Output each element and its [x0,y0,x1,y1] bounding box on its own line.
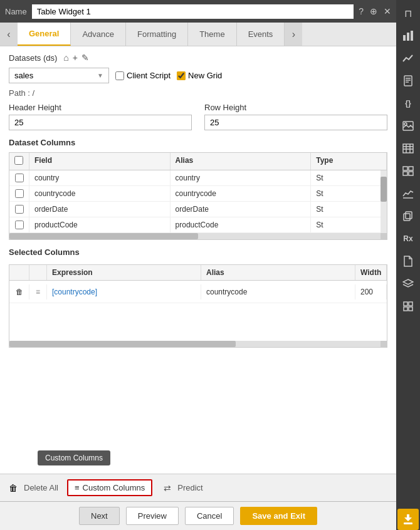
svg-rect-21 [404,302,407,306]
custom-columns-tooltip: Custom Columns [38,450,110,465]
sel-row-expression: [countrycode] [47,284,201,299]
row-alias: orderDate [171,202,312,217]
sidebar-icon-grid[interactable] [397,160,419,182]
row-field: country [29,170,171,185]
header-height-input[interactable] [9,115,192,130]
move-icon[interactable]: ⊕ [370,6,377,16]
dataset-columns-title: Dataset Columns [9,138,387,147]
cancel-button[interactable]: Cancel [185,507,234,525]
new-grid-checkbox[interactable]: New Grid [177,71,222,80]
svg-rect-14 [403,167,407,170]
sidebar-icon-pin[interactable]: ⊓ [397,3,419,24]
save-exit-button[interactable]: Save and Exit [240,507,317,525]
row-check[interactable] [9,217,29,232]
col-header-type: Type [311,153,387,170]
svg-marker-25 [404,514,412,521]
datasets-home-icon[interactable]: ⌂ [63,53,68,63]
row-type: St [311,186,387,201]
close-icon[interactable]: ✕ [384,6,391,16]
svg-rect-26 [404,522,412,524]
title-input[interactable] [32,4,354,19]
sidebar-icon-image[interactable] [397,115,419,137]
sel-row-drag[interactable]: ≡ [29,284,47,299]
client-script-checkbox[interactable]: Client Script [115,71,171,80]
col-header-field: Field [29,153,171,170]
svg-rect-19 [404,214,410,221]
tab-next-arrow[interactable]: › [285,23,302,46]
selected-columns-table: Expression Alias Width 🗑 ≡ [countrycode]… [9,264,387,348]
bottom-toolbar: Custom Columns 🗑 Delete All ≡ Custom Col… [0,474,396,501]
row-check[interactable] [9,202,29,217]
svg-rect-0 [403,35,406,41]
sidebar-icon-line-chart[interactable] [397,48,419,69]
row-field: countrycode [29,186,171,201]
dataset-columns-table: Field Alias Type country country St [9,152,387,240]
datasets-edit-icon[interactable]: ✎ [81,53,89,63]
sel-row-delete[interactable]: 🗑 [9,284,29,299]
sidebar-icon-tiles[interactable] [397,296,419,317]
sidebar-icon-bar-chart[interactable] [397,25,419,46]
svg-rect-15 [409,167,413,170]
table-row: orderDate orderDate St [9,202,387,217]
dataset-select[interactable]: sales ▼ [9,68,109,83]
preview-button[interactable]: Preview [126,507,179,525]
sidebar-icon-layers[interactable] [397,273,419,294]
datasets-add-icon[interactable]: + [73,53,78,63]
table-row: countrycode countrycode St [9,186,387,202]
col-header-check[interactable] [9,153,29,170]
predict-icon[interactable]: ⇄ [164,483,171,493]
svg-rect-24 [409,307,412,311]
row-alias: productCode [171,217,312,232]
svg-rect-22 [409,302,412,306]
custom-columns-button[interactable]: ≡ Custom Columns [67,479,152,496]
row-check[interactable] [9,170,29,185]
sidebar-icon-rx[interactable]: Rx [397,228,419,249]
tab-general[interactable]: General [18,23,71,46]
next-button[interactable]: Next [79,507,120,525]
custom-columns-button-label: Custom Columns [83,483,145,492]
svg-marker-20 [403,279,413,284]
row-field: orderDate [29,202,171,217]
row-alias: country [171,170,312,185]
row-height-label: Row Height [204,103,387,112]
help-icon[interactable]: ? [359,6,364,16]
delete-all-label[interactable]: Delete All [24,483,58,492]
svg-rect-1 [407,33,409,41]
tab-events[interactable]: Events [237,23,285,46]
tab-advance[interactable]: Advance [71,23,126,46]
predict-label[interactable]: Predict [177,483,202,492]
row-alias: countrycode [171,186,312,201]
delete-all-icon[interactable]: 🗑 [9,483,18,493]
sidebar-icon-document[interactable] [397,70,419,91]
sidebar-icon-download[interactable] [397,509,419,530]
table-row: country country St [9,170,387,186]
row-height-input[interactable] [204,115,387,130]
row-type: St [311,202,387,217]
svg-rect-2 [411,31,413,41]
sel-header-action [9,265,29,280]
sidebar-icon-file[interactable] [397,251,419,272]
sel-header-drag [29,265,47,280]
sidebar-icon-clone[interactable] [397,205,419,227]
sidebar-icon-stats[interactable] [397,183,419,204]
sel-row-width: 200 [355,284,387,299]
right-sidebar: ⊓ {} Rx [396,0,420,530]
footer-buttons: Next Preview Cancel Save and Exit [0,501,396,530]
svg-rect-3 [404,76,412,86]
name-label: Name [5,7,27,16]
svg-rect-9 [403,144,413,153]
tab-theme[interactable]: Theme [188,23,236,46]
sidebar-icon-code[interactable]: {} [397,93,419,114]
datasets-label: Datasets (ds) [9,53,57,63]
row-check[interactable] [9,186,29,201]
sel-row-alias: countrycode [201,284,355,299]
row-type: St [311,170,387,185]
sidebar-icon-table[interactable] [397,138,419,159]
tab-formatting[interactable]: Formatting [126,23,188,46]
header-height-label: Header Height [9,103,192,112]
sel-header-width: Width [355,265,387,280]
custom-columns-menu-icon: ≡ [75,483,80,492]
row-field: productCode [29,217,171,232]
col-header-alias: Alias [171,153,312,170]
tab-prev-arrow[interactable]: ‹ [0,23,18,46]
